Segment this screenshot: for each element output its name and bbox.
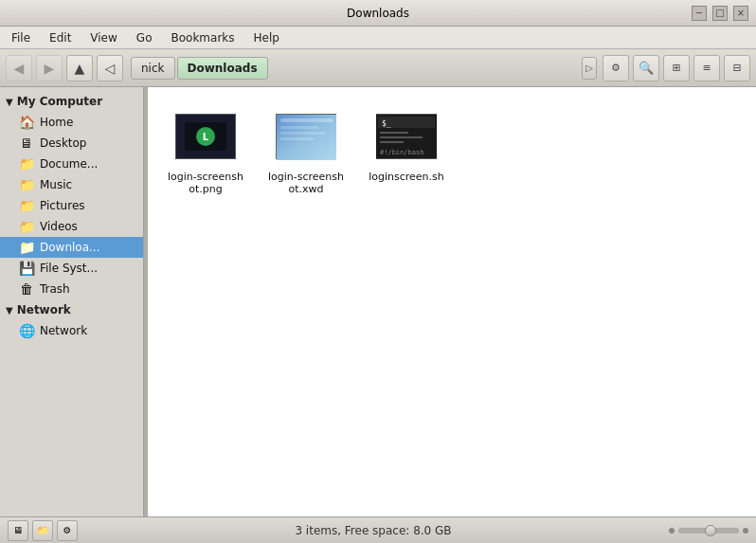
sidebar: ▼ My Computer 🏠 Home 🖥 Desktop 📁 Docume.… (0, 87, 144, 516)
sidebar-item-music[interactable]: 📁 Music (0, 174, 143, 195)
statusbar: 🖥 📁 ⚙ 3 items, Free space: 8.0 GB (0, 516, 756, 543)
svg-rect-4 (280, 126, 318, 129)
desktop-icon: 🖥 (19, 136, 34, 151)
trash-icon: 🗑 (19, 281, 34, 297)
titlebar: Downloads − □ × (0, 0, 756, 27)
statusbar-btn-1[interactable]: 🖥 (8, 520, 28, 541)
sidebar-item-videos-label: Videos (40, 220, 78, 233)
home-icon: 🏠 (19, 115, 34, 130)
toolbar: ◀ ▶ ▲ ◁ nick Downloads ▷ ⚙ 🔍 ⊞ ≡ ⊟ (0, 49, 756, 87)
file-item-xwd[interactable]: login-screenshot.xwd (263, 102, 349, 199)
zoom-control[interactable] (669, 528, 748, 534)
png-preview: L (175, 114, 236, 159)
menu-help[interactable]: Help (246, 29, 287, 46)
sidebar-section-my-computer[interactable]: ▼ My Computer (0, 91, 143, 112)
view-list-button[interactable]: ≡ (693, 55, 720, 81)
extra-icon: ⚙ (611, 62, 621, 74)
extra-button[interactable]: ⚙ (603, 55, 629, 81)
forward-icon: ▶ (45, 61, 55, 76)
svg-rect-12 (380, 141, 404, 143)
section-arrow-computer: ▼ (6, 97, 13, 107)
sidebar-item-documents-label: Docume... (40, 157, 98, 171)
sidebar-item-desktop[interactable]: 🖥 Desktop (0, 133, 143, 154)
sidebar-item-pictures-label: Pictures (40, 199, 85, 212)
back-icon: ◀ (14, 61, 25, 76)
view-icons-button[interactable]: ⊞ (663, 55, 690, 81)
toolbar-right: ⚙ 🔍 ⊞ ≡ ⊟ (603, 55, 750, 81)
zoom-thumb[interactable] (705, 525, 716, 536)
menubar: File Edit View Go Bookmarks Help (0, 27, 756, 49)
menu-file[interactable]: File (4, 29, 38, 46)
statusbar-btn-3[interactable]: ⚙ (57, 520, 78, 541)
file-item-png[interactable]: L login-screenshot.png (163, 102, 248, 199)
sidebar-item-documents[interactable]: 📁 Docume... (0, 154, 143, 174)
maximize-button[interactable]: □ (712, 6, 728, 21)
sidebar-item-videos[interactable]: 📁 Videos (0, 216, 143, 237)
documents-icon: 📁 (19, 156, 34, 172)
sidebar-item-trash-label: Trash (40, 282, 70, 296)
location-bar: nick Downloads (131, 56, 574, 81)
sidebar-item-filesystem-label: File Syst... (40, 262, 98, 275)
location-forward-arrow[interactable]: ▷ (582, 57, 597, 80)
file-label-png: login-screenshot.png (167, 171, 244, 195)
statusbar-btn-2[interactable]: 📁 (32, 520, 53, 541)
section-arrow-network: ▼ (6, 305, 13, 316)
sidebar-item-downloads[interactable]: 📁 Downloa... (0, 237, 143, 258)
up-icon: ▲ (75, 61, 85, 76)
menu-edit[interactable]: Edit (42, 29, 79, 46)
up-button[interactable]: ▲ (66, 55, 93, 81)
zoom-max-icon (743, 528, 748, 534)
file-thumbnail-png: L (175, 106, 236, 167)
section-title-network: Network (17, 303, 71, 317)
sidebar-item-music-label: Music (40, 178, 72, 191)
file-label-sh: loginscreen.sh (369, 171, 444, 183)
svg-text:$_: $_ (382, 119, 391, 128)
sidebar-item-trash[interactable]: 🗑 Trash (0, 279, 143, 299)
sidebar-section-network[interactable]: ▼ Network (0, 299, 143, 320)
file-label-xwd: login-screenshot.xwd (267, 171, 345, 195)
minimize-button[interactable]: − (692, 6, 707, 21)
window-title: Downloads (347, 7, 409, 20)
view-compact-button[interactable]: ⊟ (724, 55, 750, 81)
sidebar-item-pictures[interactable]: 📁 Pictures (0, 195, 143, 216)
close-button[interactable]: × (733, 6, 748, 21)
back-nav-button[interactable]: ◁ (97, 55, 123, 81)
file-thumbnail-sh: $_ #!/bin/bash (376, 106, 437, 167)
videos-icon: 📁 (19, 219, 34, 234)
svg-rect-6 (280, 137, 314, 140)
sidebar-item-network[interactable]: 🌐 Network (0, 320, 143, 341)
statusbar-icon-1: 🖥 (13, 525, 23, 535)
svg-rect-3 (280, 118, 333, 122)
window-controls: − □ × (692, 6, 748, 21)
statusbar-icon-3: ⚙ (63, 525, 72, 535)
crumb-nick[interactable]: nick (131, 57, 175, 80)
menu-view[interactable]: View (82, 29, 124, 46)
svg-rect-10 (380, 132, 408, 134)
back-nav-icon: ◁ (105, 61, 116, 76)
zoom-bar[interactable] (678, 528, 739, 534)
main-area: ▼ My Computer 🏠 Home 🖥 Desktop 📁 Docume.… (0, 87, 756, 516)
sidebar-item-downloads-label: Downloa... (40, 241, 99, 254)
zoom-min-icon (669, 528, 675, 534)
crumb-downloads[interactable]: Downloads (177, 57, 268, 80)
filesystem-icon: 💾 (19, 261, 34, 276)
search-button[interactable]: 🔍 (633, 55, 659, 81)
xwd-preview (276, 114, 336, 159)
sh-preview: $_ #!/bin/bash (376, 114, 437, 159)
sidebar-item-home-label: Home (40, 116, 73, 129)
back-button[interactable]: ◀ (6, 55, 32, 81)
statusbar-left: 🖥 📁 ⚙ (8, 520, 78, 541)
file-item-sh[interactable]: $_ #!/bin/bash loginscreen.sh (364, 102, 449, 199)
menu-go[interactable]: Go (129, 29, 160, 46)
downloads-icon: 📁 (19, 240, 34, 255)
music-icon: 📁 (19, 177, 34, 192)
sidebar-item-filesystem[interactable]: 💾 File Syst... (0, 258, 143, 279)
sidebar-item-home[interactable]: 🏠 Home (0, 112, 143, 133)
statusbar-icon-2: 📁 (37, 525, 48, 535)
sidebar-item-network-label: Network (40, 324, 87, 337)
sidebar-item-desktop-label: Desktop (40, 136, 87, 150)
section-title-computer: My Computer (17, 95, 102, 108)
statusbar-text: 3 items, Free space: 8.0 GB (78, 524, 669, 537)
forward-button[interactable]: ▶ (36, 55, 63, 81)
menu-bookmarks[interactable]: Bookmarks (163, 29, 242, 46)
